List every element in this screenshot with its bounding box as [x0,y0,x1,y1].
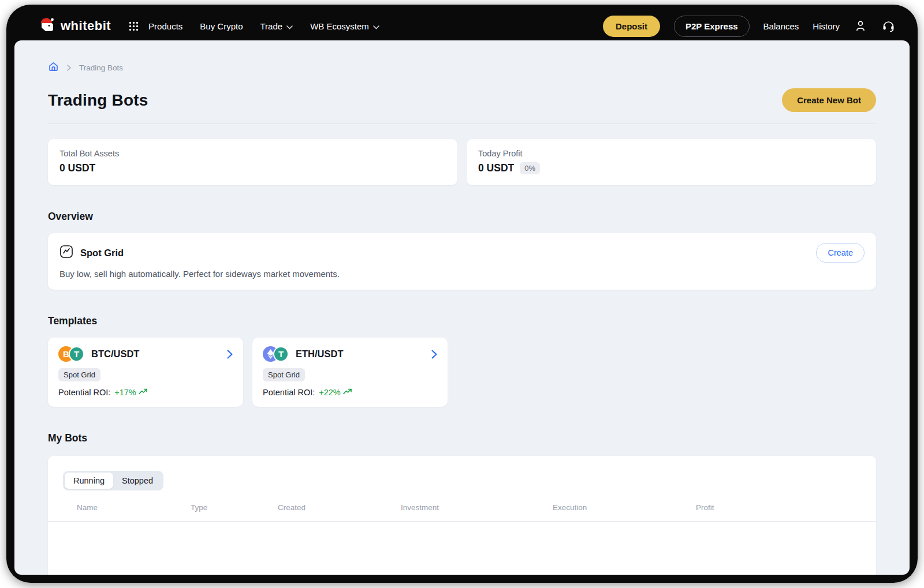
header-divider [48,123,876,124]
profit-percent-badge: 0% [520,162,540,174]
p2p-express-button[interactable]: P2P Express [674,16,750,37]
my-bots-heading: My Bots [48,432,876,444]
stat-value: 0 USDT [478,162,514,174]
roi-label: Potential ROI: [58,388,110,397]
overview-card-title: Spot Grid [80,248,124,259]
overview-card-description: Buy low, sell high automatically. Perfec… [59,269,865,279]
spot-grid-overview-card: Spot Grid Create Buy low, sell high auto… [48,233,876,290]
chevron-right-icon[interactable] [227,350,233,359]
templates-heading: Templates [48,315,876,327]
top-nav: whitebit Products Buy Crypto Trade [6,5,918,40]
column-type: Type [191,503,278,512]
templates-row: B T BTC/USDT Spot Grid Potential ROI: +1… [48,338,876,407]
column-created: Created [278,503,401,512]
usdt-icon: T [273,346,289,362]
tab-running[interactable]: Running [65,473,113,489]
tab-stopped[interactable]: Stopped [113,473,162,489]
create-new-bot-button[interactable]: Create New Bot [782,88,876,112]
logo-wordmark: whitebit [61,18,111,33]
strategy-tag: Spot Grid [58,368,100,381]
bots-status-toggle: Running Stopped [63,471,163,490]
whitebit-logo[interactable]: whitebit [40,17,111,35]
nav-item-balances[interactable]: Balances [763,21,799,31]
today-profit-card: Today Profit 0 USDT 0% [467,139,876,185]
home-icon[interactable] [48,61,59,74]
chevron-down-icon [286,21,293,31]
overview-heading: Overview [48,211,876,223]
roi-label: Potential ROI: [263,388,315,397]
template-card-eth-usdt[interactable]: T ETH/USDT Spot Grid Potential ROI: +22% [252,338,448,407]
page-title: Trading Bots [48,91,148,110]
column-name: Name [77,503,191,512]
strategy-tag: Spot Grid [263,368,305,381]
nav-item-wb-ecosystem[interactable]: WB Ecosystem [310,21,379,31]
trend-up-icon [343,388,352,397]
main-content: Trading Bots Trading Bots Create New Bot… [14,40,910,575]
app-window: whitebit Products Buy Crypto Trade [6,5,918,583]
nav-item-trade[interactable]: Trade [260,21,293,31]
nav-item-buy-crypto[interactable]: Buy Crypto [200,21,243,31]
column-profit: Profit [696,503,876,512]
usdt-letter: T [74,349,79,359]
column-investment: Investment [401,503,553,512]
nav-item-label: Products [148,21,182,31]
coin-pair-icons: T [263,346,289,362]
usdt-icon: T [69,346,84,362]
nav-item-label: Buy Crypto [200,21,243,31]
support-headset-icon[interactable] [881,19,896,33]
nav-item-history[interactable]: History [813,21,840,31]
breadcrumb: Trading Bots [48,61,876,74]
my-bots-card: Running Stopped Name Type Created Invest… [48,456,876,575]
trend-up-icon [139,388,148,397]
nav-item-label: WB Ecosystem [310,21,369,31]
spot-grid-chart-icon [59,245,73,261]
bots-table-header: Name Type Created Investment Execution P… [48,503,876,522]
deposit-button[interactable]: Deposit [603,16,660,37]
breadcrumb-chevron-icon [67,63,71,73]
breadcrumb-current: Trading Bots [79,63,123,72]
nav-item-label: Trade [260,21,283,31]
spot-grid-create-button[interactable]: Create [816,243,865,263]
roi-value: +17% [114,388,136,397]
chevron-down-icon [373,21,379,31]
stat-label: Today Profit [478,149,865,158]
apps-grid-icon[interactable] [128,21,139,32]
stat-value: 0 USDT [59,162,95,174]
chevron-right-icon[interactable] [431,350,437,359]
total-bot-assets-card: Total Bot Assets 0 USDT [48,139,457,185]
template-card-btc-usdt[interactable]: B T BTC/USDT Spot Grid Potential ROI: +1… [48,338,243,407]
usdt-letter: T [278,349,284,359]
pair-name: ETH/USDT [296,349,344,359]
pair-name: BTC/USDT [91,349,139,359]
coin-pair-icons: B T [58,346,84,362]
stat-label: Total Bot Assets [59,149,446,158]
user-profile-icon[interactable] [854,19,867,33]
whitebit-bird-icon [40,17,55,35]
page-header: Trading Bots Create New Bot [48,88,876,112]
roi-value: +22% [319,388,341,397]
column-execution: Execution [553,503,696,512]
stats-row: Total Bot Assets 0 USDT Today Profit 0 U… [48,139,876,185]
nav-item-products[interactable]: Products [148,21,182,31]
